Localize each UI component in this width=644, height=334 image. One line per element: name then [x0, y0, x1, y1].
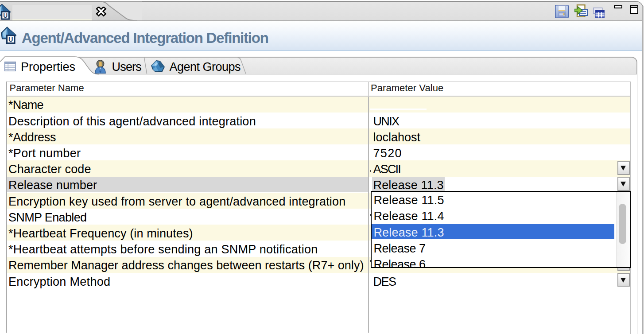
svg-text:U: U — [8, 36, 13, 43]
svg-text:U: U — [3, 12, 8, 19]
